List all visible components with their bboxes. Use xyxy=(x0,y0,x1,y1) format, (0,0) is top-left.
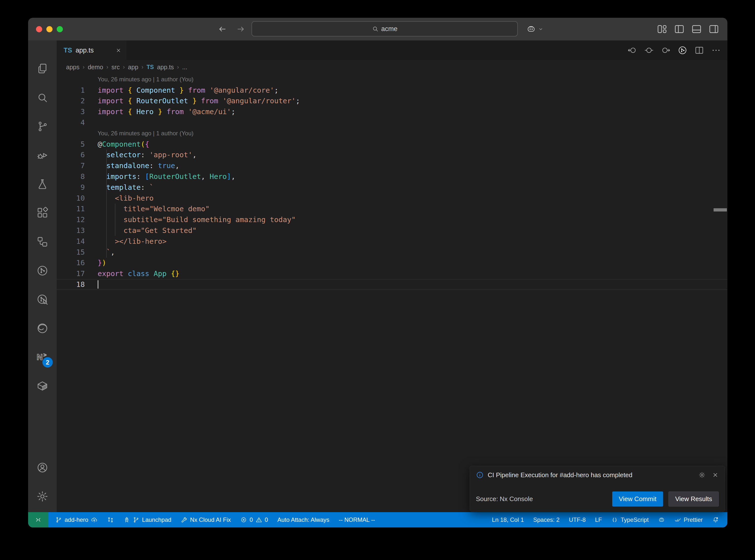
status-copilot-status[interactable] xyxy=(658,516,665,523)
status-cursor-position[interactable]: Ln 18, Col 1 xyxy=(492,516,524,523)
view-commit-button[interactable]: View Commit xyxy=(612,492,663,506)
activity-item-search[interactable] xyxy=(28,83,57,112)
activity-item-references[interactable] xyxy=(28,227,57,256)
line-number[interactable]: 3 xyxy=(57,107,98,116)
activity-item-testing[interactable] xyxy=(28,169,57,198)
code-line-5[interactable]: 5@Component({ xyxy=(57,139,728,149)
close-icon[interactable] xyxy=(712,472,719,478)
code-line-8[interactable]: 8 imports: [RouterOutlet, Hero], xyxy=(57,171,728,182)
line-number[interactable]: 13 xyxy=(57,226,98,235)
code-line-13[interactable]: 13 cta="Get Started" xyxy=(57,225,728,236)
toggle-sidebar-right-icon[interactable] xyxy=(708,23,719,35)
line-number[interactable]: 8 xyxy=(57,172,98,181)
code-line-3[interactable]: 3import { Hero } from '@acme/ui'; xyxy=(57,106,728,117)
remote-indicator[interactable] xyxy=(28,512,48,527)
line-number[interactable]: 1 xyxy=(57,86,98,94)
more-actions-icon[interactable] xyxy=(711,45,721,55)
status-vim-mode[interactable]: -- NORMAL -- xyxy=(339,516,375,523)
status-encoding[interactable]: UTF-8 xyxy=(569,516,585,523)
status-problems[interactable]: 00 xyxy=(240,516,268,523)
line-number[interactable]: 10 xyxy=(57,194,98,202)
status-eol[interactable]: LF xyxy=(595,516,602,523)
status-git-compare[interactable] xyxy=(107,516,114,523)
status-auto-attach[interactable]: Auto Attach: Always xyxy=(277,516,330,523)
code-line-1[interactable]: 1import { Component } from '@angular/cor… xyxy=(57,85,728,96)
line-number[interactable]: 6 xyxy=(57,151,98,159)
line-number[interactable]: 4 xyxy=(57,118,98,127)
breadcrumb-item-app[interactable]: app xyxy=(128,64,138,71)
status-branch-add-hero[interactable]: add-hero xyxy=(55,516,98,523)
forward-icon[interactable] xyxy=(236,25,245,34)
gear-icon[interactable] xyxy=(698,472,706,478)
blame-row[interactable]: You, 26 minutes ago | 1 author (You) xyxy=(57,74,728,85)
back-icon[interactable] xyxy=(218,25,227,34)
previous-change-icon[interactable] xyxy=(627,45,637,55)
line-number[interactable]: 5 xyxy=(57,140,98,148)
code-line-9[interactable]: 9 template: ` xyxy=(57,182,728,193)
status-launchpad[interactable]: Launchpad xyxy=(123,516,171,523)
status-nx-cloud-ai-fix[interactable]: Nx Cloud AI Fix xyxy=(181,516,231,523)
activity-item-gitlens-inspect[interactable] xyxy=(28,285,57,314)
activity-item-run-debug[interactable] xyxy=(28,141,57,169)
minimize-window-button[interactable] xyxy=(46,26,53,32)
token-punc: : xyxy=(141,151,150,159)
line-number[interactable]: 15 xyxy=(57,248,98,256)
tab-app-ts[interactable]: TS app.ts xyxy=(57,40,126,60)
code-line-4[interactable]: 4 xyxy=(57,117,728,128)
code-line-15[interactable]: 15 `, xyxy=(57,247,728,258)
activity-item-extensions[interactable] xyxy=(28,198,57,227)
code-line-12[interactable]: 12 subtitle="Build something amazing tod… xyxy=(57,214,728,225)
line-number[interactable]: 2 xyxy=(57,97,98,105)
activity-item-nx[interactable]: N>2 xyxy=(28,343,57,372)
code-line-10[interactable]: 10 <lib-hero xyxy=(57,193,728,204)
toggle-sidebar-left-icon[interactable] xyxy=(674,23,685,35)
command-center-search[interactable]: acme xyxy=(252,21,518,37)
customize-layout-icon[interactable] xyxy=(656,23,668,35)
breadcrumb-item-src[interactable]: src xyxy=(112,64,120,71)
commit-graph-icon[interactable] xyxy=(678,45,688,55)
code-line-2[interactable]: 2import { RouterOutlet } from '@angular/… xyxy=(57,96,728,106)
changes-icon[interactable] xyxy=(644,45,654,55)
next-change-icon[interactable] xyxy=(661,45,671,55)
activity-item-explorer[interactable] xyxy=(28,54,57,83)
code-line-7[interactable]: 7 standalone: true, xyxy=(57,160,728,171)
line-number[interactable]: 9 xyxy=(57,183,98,192)
code-line-17[interactable]: 17export class App {} xyxy=(57,268,728,279)
activity-item-source-control[interactable] xyxy=(28,112,57,141)
status-text: 0 xyxy=(250,516,253,523)
maximize-window-button[interactable] xyxy=(57,26,63,32)
status-prettier[interactable]: Prettier xyxy=(674,516,703,523)
breadcrumb-item-apps[interactable]: apps xyxy=(66,64,79,71)
code-line-14[interactable]: 14 ></lib-hero> xyxy=(57,236,728,247)
activity-item-account[interactable] xyxy=(28,453,57,482)
close-tab-icon[interactable] xyxy=(115,47,122,54)
code-editor[interactable]: You, 26 minutes ago | 1 author (You)1imp… xyxy=(57,74,728,512)
toggle-panel-icon[interactable] xyxy=(691,23,702,35)
line-number[interactable]: 12 xyxy=(57,215,98,224)
status-indentation[interactable]: Spaces: 2 xyxy=(533,516,560,523)
status-language-mode[interactable]: {}TypeScript xyxy=(611,516,649,523)
code-line-6[interactable]: 6 selector: 'app-root', xyxy=(57,149,728,160)
breadcrumb-item-demo[interactable]: demo xyxy=(88,64,103,71)
line-number[interactable]: 17 xyxy=(57,269,98,278)
line-number[interactable]: 16 xyxy=(57,259,98,267)
status-notifications[interactable] xyxy=(712,516,719,523)
code-line-11[interactable]: 11 title="Welcmoe demo" xyxy=(57,204,728,215)
line-number[interactable]: 14 xyxy=(57,237,98,245)
breadcrumb-item--[interactable]: ... xyxy=(182,64,187,71)
breadcrumb-item-app-ts[interactable]: app.ts xyxy=(157,64,174,71)
code-line-18[interactable]: 18 xyxy=(57,279,728,290)
close-window-button[interactable] xyxy=(36,26,42,32)
code-line-16[interactable]: 16}) xyxy=(57,258,728,268)
line-number[interactable]: 11 xyxy=(57,205,98,213)
activity-item-gitlens[interactable] xyxy=(28,256,57,285)
split-editor-icon[interactable] xyxy=(694,45,704,55)
line-number[interactable]: 18 xyxy=(57,280,98,288)
activity-item-browser[interactable] xyxy=(28,314,57,343)
copilot-menu[interactable] xyxy=(526,18,544,40)
view-results-button[interactable]: View Results xyxy=(669,492,719,506)
line-number[interactable]: 7 xyxy=(57,161,98,170)
activity-item-settings[interactable] xyxy=(28,482,57,511)
blame-row[interactable]: You, 26 minutes ago | 1 author (You) xyxy=(57,128,728,139)
activity-item-containers[interactable] xyxy=(28,372,57,400)
